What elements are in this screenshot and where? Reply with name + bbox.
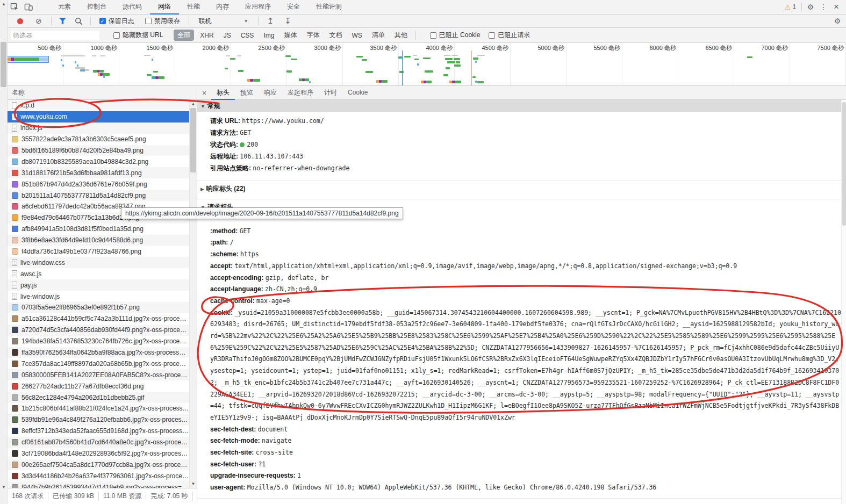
request-row[interactable]: 8effcf3712b343eda52faac655d9168d.jpg?x-o…: [8, 426, 189, 437]
filter-type-ws[interactable]: WS: [348, 31, 365, 40]
more-options-kebab-icon[interactable]: ⋮: [817, 3, 830, 11]
request-row[interactable]: 539fdb91e96a4c849f276a120efbabb6.jpg?x-o…: [8, 414, 189, 426]
throttling-select[interactable]: 联机 ▼: [199, 17, 248, 26]
request-row[interactable]: a51ca36128c441b59cf5c74a2a3b111d.jpg?x-o…: [8, 313, 189, 325]
waterfall-bar: [473, 57, 478, 60]
blocked-requests-checkbox[interactable]: 已阻止请求: [489, 31, 530, 40]
hide-data-url-checkbox[interactable]: 隐藏数据 URL: [113, 31, 163, 40]
page-scrollbar-thumb[interactable]: [1, 42, 6, 87]
tab-elements[interactable]: 元素: [50, 0, 79, 15]
filter-type-other[interactable]: 其他: [391, 30, 411, 41]
request-row[interactable]: 058300005FEB141A2027EE08A0FAB5C8?x-oss-p…: [8, 369, 189, 380]
filter-type-css[interactable]: CSS: [237, 31, 258, 40]
request-name: 56c82ec1284e4794a2062d1b1dbebb25.gif: [21, 394, 189, 401]
tab-console[interactable]: 控制台: [79, 0, 114, 15]
scroll-up-icon[interactable]: ▲: [0, 1, 8, 8]
filter-type-manifest[interactable]: 清单: [368, 30, 389, 41]
response-headers-section-header[interactable]: ▶响应标头 (22): [197, 181, 841, 196]
record-button[interactable]: [17, 18, 23, 24]
request-row[interactable]: 7ce357da8ac149ff8897da020a68b65b.jpg?x-o…: [8, 358, 189, 369]
request-row[interactable]: 266277b24adc11b277a67dfb8eccf36d.png: [8, 380, 189, 392]
request-row[interactable]: ffa3590f7625634ffa0642b5a9f88aca.jpg?x-o…: [8, 347, 189, 358]
request-row[interactable]: 3557822ade9c3a781a3b6303c5caeef5.png: [8, 134, 189, 145]
request-row[interactable]: live-window.js: [8, 291, 189, 302]
request-list-scrollbar[interactable]: ▲ ▼: [189, 100, 197, 488]
request-row[interactable]: afb849941a5b108d3d81f5f0bed1a35d.png: [8, 224, 189, 235]
detail-scrollbar-thumb[interactable]: [842, 102, 846, 226]
settings-gear-icon[interactable]: ⚙: [804, 3, 817, 11]
request-row[interactable]: 3d3d44d186b24b26a637e4f377963061.jpg?x-o…: [8, 470, 189, 481]
filter-input[interactable]: [11, 31, 99, 40]
preserve-log-checkbox[interactable]: ✓ 保留日志: [99, 17, 134, 26]
close-devtools-icon[interactable]: ×: [830, 2, 843, 12]
waterfall-bar: [382, 80, 388, 83]
scroll-up-icon[interactable]: ▲: [190, 100, 197, 107]
filter-type-all[interactable]: 全部: [174, 30, 194, 41]
name-column-header[interactable]: 名称: [8, 86, 197, 100]
request-row[interactable]: 5bd6f165189f6b0b874d20f52e84ba49.png: [8, 145, 189, 156]
request-list-panel: 名称 x.p.dwww.youku.comindex.js3557822ade9…: [8, 86, 197, 488]
export-har-icon[interactable]: ↧: [284, 16, 291, 26]
tab-performance[interactable]: 性能: [179, 0, 208, 15]
filter-type-font[interactable]: 字体: [303, 30, 323, 41]
close-detail-icon[interactable]: ×: [197, 89, 211, 97]
page-scrollbar[interactable]: ▲ ▼: [0, 0, 8, 504]
filter-type-img[interactable]: Img: [260, 31, 278, 40]
request-row[interactable]: f944b7b9b2614539934d7d1418eb9.jpg?x-oss-…: [8, 481, 189, 488]
inspect-element-icon[interactable]: [8, 1, 21, 13]
general-section-header[interactable]: ▼常规: [197, 100, 841, 112]
clear-icon[interactable]: ⊘: [35, 17, 42, 25]
request-row[interactable]: pay.js: [8, 279, 189, 291]
scroll-down-icon[interactable]: ▼: [0, 484, 8, 491]
header-name: accept:: [210, 262, 233, 270]
warning-badge[interactable]: ⚠ 1: [785, 3, 796, 11]
detail-tab-response[interactable]: 响应: [259, 86, 282, 100]
device-toolbar-icon[interactable]: [21, 1, 35, 13]
request-row[interactable]: 1b215c806bf441af88b21f024fce1a24.jpg?x-o…: [8, 403, 189, 414]
request-row[interactable]: x.p.d: [8, 100, 189, 111]
request-row[interactable]: 00e265aef7504ca5a8dc1770d97ccb8a.jpg?x-o…: [8, 459, 189, 471]
tab-network[interactable]: 网络: [150, 0, 179, 15]
filter-funnel-icon[interactable]: [56, 15, 70, 27]
tab-memory[interactable]: 内存: [208, 0, 237, 15]
request-row[interactable]: b201511a1407553777811d5a14d82cf9.png: [8, 190, 189, 201]
scroll-down-icon[interactable]: ▼: [190, 480, 197, 487]
disable-cache-checkbox[interactable]: 禁用缓存: [145, 17, 180, 26]
detail-scrollbar[interactable]: [841, 100, 846, 504]
request-row[interactable]: a720d74d5c3cfa440856dab930fd44f9.png?x-o…: [8, 325, 189, 336]
tab-sources[interactable]: 源代码: [114, 0, 150, 15]
request-row[interactable]: 3f8b6e8ae33fd64d9efd10c9d44588d6.png: [8, 235, 189, 246]
filter-type-xhr[interactable]: XHR: [196, 31, 217, 40]
divider: [189, 17, 189, 25]
request-row[interactable]: 31d188176f21b5e3d6fbbaa981afdf13.png: [8, 167, 189, 178]
request-row[interactable]: 3cf719086bda4f148e202928936c5f92.jpg?x-o…: [8, 448, 189, 459]
network-settings-gear-icon[interactable]: ⚙: [833, 17, 846, 25]
request-row[interactable]: 0703f5a5ee2ff86965a3ef0e892f1b57.png: [8, 302, 189, 313]
request-row[interactable]: f4ddfa736c1fa49b1e0377f923a48766.png: [8, 246, 189, 257]
request-row[interactable]: 851b867b947d4d2a336d6761e76b059f.png: [8, 178, 189, 190]
detail-tab-preview[interactable]: 预览: [235, 86, 259, 100]
filter-type-doc[interactable]: 文档: [325, 30, 346, 41]
request-row[interactable]: db8071910b8325589aea10b49884c3d2.png: [8, 156, 189, 167]
request-row[interactable]: cf06161ab87b4560b41d7cd6440a8e0c.jpg?x-o…: [8, 437, 189, 448]
overview-timeline[interactable]: 500 毫秒1000 毫秒1500 毫秒2000 毫秒2500 毫秒3000 毫…: [8, 43, 846, 86]
import-har-icon[interactable]: ↥: [267, 16, 274, 26]
detail-tab-cookies[interactable]: Cookie: [342, 86, 373, 100]
tab-lighthouse[interactable]: 性能评测: [308, 0, 350, 15]
detail-tab-headers[interactable]: 标头: [211, 86, 235, 100]
request-row[interactable]: live-window.css: [8, 257, 189, 268]
tab-security[interactable]: 安全: [279, 0, 308, 15]
request-row[interactable]: 194bde38fa514376853230c764fb726c.jpg?x-o…: [8, 336, 189, 347]
filter-type-js[interactable]: JS: [220, 31, 235, 40]
request-row[interactable]: www.youku.com: [8, 111, 189, 123]
search-icon[interactable]: [72, 15, 86, 27]
detail-tab-initiator[interactable]: 发起程序: [282, 86, 319, 100]
detail-tab-timing[interactable]: 计时: [319, 86, 342, 100]
tab-application[interactable]: 应用程序: [237, 0, 279, 15]
blocked-cookies-checkbox[interactable]: 已阻止 Cookie: [430, 31, 481, 40]
request-list-scrollbar-thumb[interactable]: [190, 108, 196, 172]
request-row[interactable]: 56c82ec1284e4794a2062d1b1dbebb25.gif: [8, 392, 189, 403]
filter-type-media[interactable]: 媒体: [280, 30, 300, 41]
request-row[interactable]: awsc.js: [8, 268, 189, 279]
request-row[interactable]: index.js: [8, 123, 189, 134]
